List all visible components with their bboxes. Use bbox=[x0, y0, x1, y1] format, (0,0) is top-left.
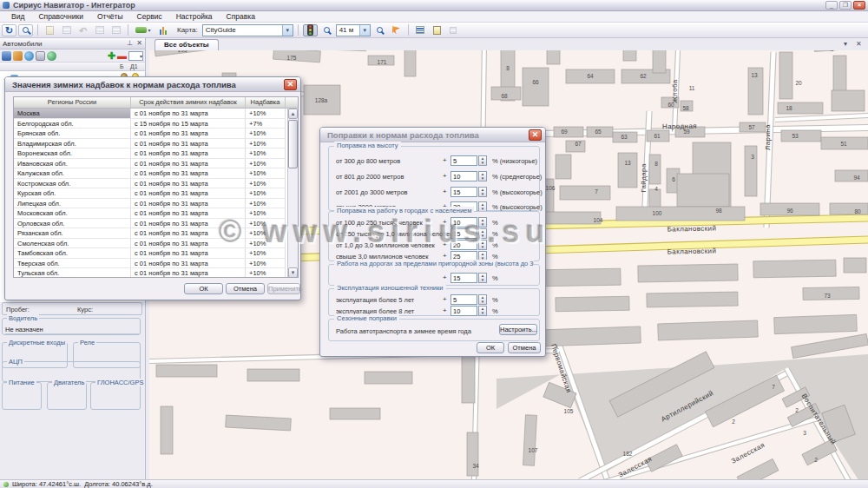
table-cell[interactable]: +10% bbox=[246, 109, 286, 119]
spin-down-icon[interactable]: ▼ bbox=[479, 161, 486, 165]
table-cell[interactable]: с 01 ноября по 31 марта bbox=[131, 199, 246, 209]
table-row[interactable]: Липецкая обл.с 01 ноября по 31 марта+10% bbox=[14, 199, 298, 209]
table-cell[interactable]: с 01 ноября по 31 марта bbox=[131, 168, 246, 179]
table-row[interactable]: Тульская обл.с 01 ноября по 31 марта+10% bbox=[14, 268, 298, 278]
table-cell[interactable]: Ивановская обл. bbox=[14, 159, 131, 169]
winter-apply-button[interactable]: Применить bbox=[267, 283, 300, 294]
spin-down-icon[interactable]: ▼ bbox=[479, 311, 486, 315]
correction-value-input[interactable]: 15 bbox=[450, 187, 477, 197]
correction-value-input[interactable]: 15 bbox=[450, 273, 477, 283]
table-row[interactable]: Московская обл.с 01 ноября по 31 марта+1… bbox=[14, 208, 298, 219]
table-cell[interactable]: с 01 ноября по 31 марта bbox=[131, 219, 246, 229]
table-cell[interactable]: +10% bbox=[246, 188, 286, 199]
zoom-select[interactable]: 41 м ▼ bbox=[336, 24, 371, 36]
table-button[interactable] bbox=[92, 24, 107, 36]
maximize-button[interactable]: ❐ bbox=[839, 1, 852, 10]
correction-value-input[interactable]: 10 bbox=[450, 306, 477, 316]
spin-down-icon[interactable]: ▼ bbox=[479, 192, 486, 196]
table-cell[interactable]: с 15 ноября по 15 марта bbox=[131, 119, 246, 129]
table-cell[interactable]: +10% bbox=[246, 219, 286, 229]
table-cell[interactable]: Московская обл. bbox=[14, 208, 131, 219]
table-cell[interactable]: с 01 ноября по 31 марта bbox=[131, 139, 246, 149]
minimize-button[interactable]: _ bbox=[825, 1, 838, 10]
table-row[interactable]: Воронежская обл.с 01 ноября по 31 марта+… bbox=[14, 148, 298, 159]
table-row[interactable]: Курская обл.с 01 ноября по 31 марта+10% bbox=[14, 188, 298, 199]
table-cell[interactable]: с 01 ноября по 31 марта bbox=[131, 188, 246, 199]
notes-button[interactable] bbox=[430, 24, 444, 36]
corrections-dialog-titlebar[interactable]: Поправки к нормам расхода топлива ✕ bbox=[320, 128, 545, 142]
table-cell[interactable]: Калужская обл. bbox=[14, 168, 131, 179]
spin-down-icon[interactable]: ▼ bbox=[479, 300, 486, 304]
menu-item[interactable]: Настройка bbox=[169, 12, 220, 21]
configure-button[interactable]: Настроить... bbox=[499, 324, 537, 335]
table-cell[interactable]: Орловская обл. bbox=[14, 219, 131, 229]
list-button[interactable] bbox=[413, 24, 428, 36]
table-cell[interactable]: Смоленская обл. bbox=[14, 239, 131, 249]
table-cell[interactable]: +10% bbox=[246, 148, 286, 159]
zoom-out-button[interactable] bbox=[372, 24, 387, 36]
tab-all-objects[interactable]: Все объекты bbox=[155, 39, 219, 50]
view-dropdown[interactable]: ▾ bbox=[128, 51, 143, 61]
spinner-buttons[interactable]: ▲▼ bbox=[478, 187, 487, 197]
table-cell[interactable]: +10% bbox=[246, 239, 286, 249]
table-row[interactable]: Орловская обл.с 01 ноября по 31 марта+10… bbox=[14, 219, 298, 229]
table-row[interactable]: Владимирская обл.с 01 ноября по 31 марта… bbox=[14, 139, 298, 149]
menu-item[interactable]: Справка bbox=[220, 12, 262, 21]
corrections-ok-button[interactable]: ОК bbox=[477, 342, 504, 353]
table-cell[interactable]: Курская обл. bbox=[14, 188, 131, 199]
table-cell[interactable]: с 01 ноября по 31 марта bbox=[131, 248, 246, 259]
correction-value-input[interactable]: 20 bbox=[450, 240, 477, 250]
table-row[interactable]: Костромская обл.с 01 ноября по 31 марта+… bbox=[14, 179, 298, 189]
vehicle-icon[interactable] bbox=[2, 51, 11, 61]
pane-dropdown-icon[interactable]: ▾ bbox=[844, 40, 847, 48]
table-cell[interactable]: с 01 ноября по 31 марта bbox=[131, 259, 246, 269]
close-button[interactable]: × bbox=[853, 1, 865, 10]
table-row[interactable]: Белгородская обл.с 15 ноября по 15 марта… bbox=[14, 119, 298, 129]
scroll-up-icon[interactable]: ▲ bbox=[288, 109, 298, 119]
spinner-buttons[interactable]: ▲▼ bbox=[478, 240, 487, 250]
spin-down-icon[interactable]: ▼ bbox=[479, 176, 486, 181]
spinner-buttons[interactable]: ▲▼ bbox=[478, 228, 487, 239]
correction-value-input[interactable]: 15 bbox=[450, 228, 477, 239]
add-vehicle-button[interactable]: ✚ bbox=[108, 51, 115, 60]
scroll-down-icon[interactable]: ▼ bbox=[288, 267, 298, 278]
table-cell[interactable]: с 01 ноября по 31 марта bbox=[131, 179, 246, 189]
remove-vehicle-button[interactable]: ▬ bbox=[117, 52, 127, 60]
winter-dialog-titlebar[interactable]: Значения зимних надбавок к нормам расход… bbox=[5, 77, 300, 92]
table-scrollbar[interactable]: ▲ ▼ bbox=[287, 109, 298, 278]
menu-item[interactable]: Вид bbox=[4, 12, 31, 21]
table-row[interactable]: Брянская обл.с 01 ноября по 31 марта+10% bbox=[14, 129, 298, 139]
globe-icon[interactable] bbox=[24, 51, 34, 61]
table-cell[interactable]: с 01 ноября по 31 марта bbox=[131, 208, 246, 219]
header-allowance[interactable]: Надбавка bbox=[246, 97, 286, 108]
checkbox-button[interactable] bbox=[446, 24, 461, 36]
table-cell[interactable]: +10% bbox=[246, 159, 286, 169]
grid-button[interactable] bbox=[59, 24, 74, 36]
table-cell[interactable]: +10% bbox=[246, 199, 286, 209]
table-cell[interactable]: Воронежская обл. bbox=[14, 148, 131, 159]
winter-ok-button[interactable]: ОК bbox=[184, 283, 223, 294]
winter-dialog-close-button[interactable]: ✕ bbox=[284, 79, 297, 90]
corrections-dialog-close-button[interactable]: ✕ bbox=[529, 129, 542, 141]
table-cell[interactable]: +10% bbox=[246, 129, 286, 139]
search-button[interactable] bbox=[18, 24, 33, 36]
table-cell[interactable]: Брянская обл. bbox=[14, 129, 131, 139]
report-chart-button[interactable] bbox=[155, 24, 170, 36]
table-cell[interactable]: +10% bbox=[246, 248, 286, 259]
table-row[interactable]: Калужская обл.с 01 ноября по 31 марта+10… bbox=[14, 168, 298, 179]
zoom-in-button[interactable] bbox=[319, 24, 334, 36]
table-cell[interactable]: с 01 ноября по 31 марта bbox=[131, 159, 246, 169]
table-cell[interactable]: +10% bbox=[246, 208, 286, 219]
header-period[interactable]: Срок действия зимних надбавок bbox=[131, 97, 246, 108]
table2-button[interactable] bbox=[108, 24, 123, 36]
table-cell[interactable]: Москва bbox=[14, 109, 131, 119]
table-cell[interactable]: с 01 ноября по 31 марта bbox=[131, 129, 246, 139]
table-row[interactable]: Рязанская обл.с 01 ноября по 31 марта+10… bbox=[14, 228, 298, 239]
table-row[interactable]: Тамбовская обл.с 01 ноября по 31 марта+1… bbox=[14, 248, 298, 259]
spinner-buttons[interactable]: ▲▼ bbox=[478, 171, 487, 181]
spinner-buttons[interactable]: ▲▼ bbox=[478, 306, 487, 316]
spin-down-icon[interactable]: ▼ bbox=[479, 245, 486, 249]
scrollbar-thumb[interactable] bbox=[288, 120, 298, 168]
table-cell[interactable]: Рязанская обл. bbox=[14, 228, 131, 239]
menu-item[interactable]: Отчёты bbox=[90, 12, 130, 21]
